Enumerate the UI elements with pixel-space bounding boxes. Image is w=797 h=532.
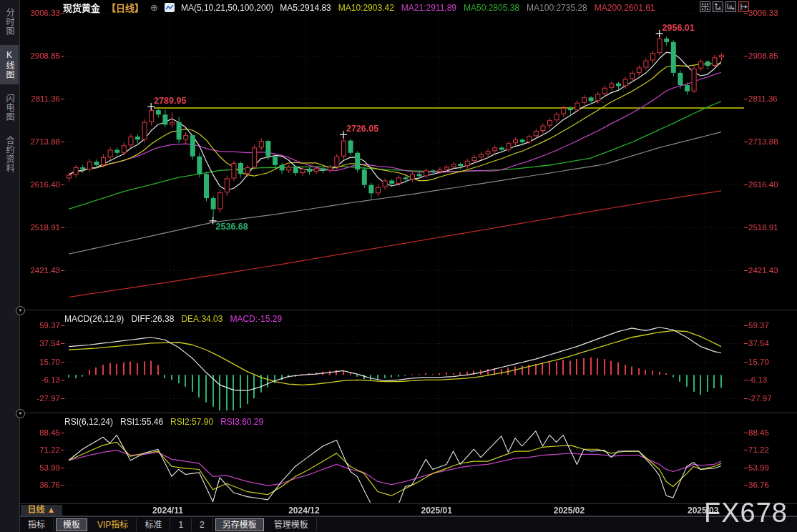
ma-value-5: MA200:2601.61 [595, 3, 655, 13]
price-axis-label-right: 2713.88 [748, 138, 778, 146]
rsi-axis-label-right: 88.45 [748, 429, 769, 437]
price-axis-label: 2811.36 [23, 95, 60, 103]
price-annotation: 2726.05 [346, 124, 378, 134]
price-axis-label-right: 3006.33 [748, 9, 778, 17]
timeframe-label: 日线 [27, 505, 44, 515]
price-axis-label: 2518.91 [23, 224, 60, 232]
date-axis-label: 2025/02 [554, 506, 585, 516]
macd-diff-value: DIFF:26.38 [131, 314, 174, 324]
macd-axis-label-right: -6.13 [748, 376, 767, 384]
ma-value-4: MA100:2735.28 [527, 3, 587, 13]
timeframe-arrow-icon: ▲ [47, 505, 56, 515]
chart-toolbar-icons [700, 1, 749, 12]
ma-value-1: MA10:2903.42 [338, 3, 394, 13]
toolbar-item-0[interactable]: 指标 [20, 518, 54, 531]
price-axis-label-right: 2518.91 [748, 224, 778, 232]
circle-plus-icon[interactable]: ⊕ [150, 2, 158, 13]
toolbar-item-1[interactable]: 模板 [56, 518, 87, 531]
price-annotation: 2789.95 [154, 96, 186, 106]
macd-title: MACD(26,12,9) [64, 314, 124, 324]
bottom-toolbar: 指标模板VIP指标标准12另存模板管理模板 [20, 516, 797, 532]
toolbar-item-2[interactable]: VIP指标 [89, 518, 137, 531]
price-annotation: 2536.68 [216, 222, 248, 232]
rsi-axis-label-right: 71.22 [748, 446, 769, 454]
symbol-name: 现货黄金 [63, 1, 100, 14]
rsi-title: RSI(6,12,24) [64, 417, 113, 427]
macd-axis-label: 59.37 [23, 322, 60, 330]
price-axis-label: 2908.85 [23, 52, 60, 60]
ma-value-3: MA50:2805.38 [464, 3, 519, 13]
date-axis-label: 2024/12 [288, 506, 319, 516]
price-axis-label-right: 2811.36 [748, 95, 778, 103]
toolbar-item-5[interactable]: 2 [192, 518, 213, 531]
price-axis-label: 2616.40 [23, 181, 60, 189]
macd-axis-label-right: 37.54 [748, 340, 769, 348]
price-axis-label: 3006.33 [23, 9, 60, 17]
x-axis-scale-icon[interactable] [725, 1, 736, 12]
rsi-axis-label-right: 36.76 [748, 481, 769, 489]
crosshair-icon[interactable] [700, 1, 710, 12]
rsi-axis-label: 88.45 [23, 429, 60, 437]
macd-axis-label: -6.13 [23, 376, 60, 384]
toolbar-item-3[interactable]: 标准 [137, 518, 170, 531]
rsi-axis-label: 53.99 [23, 464, 60, 472]
watermark: FX678 [704, 498, 788, 528]
macd-title-row: MACD(26,12,9) DIFF:26.38 DEA:34.03 MACD:… [64, 314, 282, 324]
macd-axis-label: -27.97 [23, 395, 60, 403]
rsi-axis-label: 36.76 [23, 481, 60, 489]
macd-axis-label: 15.70 [23, 358, 60, 366]
rsi-title-row: RSI(6,12,24) RSI1:55.46 RSI2:57.90 RSI3:… [64, 417, 263, 427]
macd-panel-toggle-icon[interactable]: ● [16, 306, 25, 315]
price-axis-label: 2713.88 [23, 138, 60, 146]
macd-macd-value: MACD:-15.29 [230, 314, 282, 324]
left-sidebar: 分时图K线图闪电图合约资料 [0, 0, 20, 532]
chart-canvas[interactable] [0, 0, 797, 532]
macd-dea-value: DEA:34.03 [181, 314, 223, 324]
price-axis-label: 2421.43 [23, 267, 60, 275]
price-axis-label-right: 2908.85 [748, 52, 778, 60]
date-axis-label: 2025/01 [421, 506, 451, 516]
toolbar-item-6[interactable]: 另存模板 [215, 518, 264, 531]
ma-params-label: MA(5,10,21,50,100,200) [181, 3, 273, 13]
chart-header: 现货黄金 【日线】 ⊕ MA(5,10,21,50,100,200) MA5:2… [63, 2, 655, 13]
sidebar-tab-1[interactable]: K线图 [0, 45, 19, 84]
rsi-panel-toggle-icon[interactable]: ● [16, 409, 25, 418]
timeframe-selector[interactable]: 日线 ▲ [21, 505, 62, 516]
toolbar-item-4[interactable]: 1 [170, 518, 192, 531]
rsi2-value: RSI2:57.90 [170, 417, 213, 427]
ma-values-group: MA5:2914.83MA10:2903.42MA21:2911.89MA50:… [280, 3, 655, 13]
period-tag[interactable]: 【日线】 [107, 1, 144, 14]
sidebar-tab-0[interactable]: 分时图 [0, 3, 19, 41]
mini-chart-icon[interactable] [165, 3, 175, 12]
macd-axis-label-right: 15.70 [748, 358, 769, 366]
toolbar-item-7[interactable]: 管理模板 [266, 518, 317, 531]
sidebar-tab-3[interactable]: 合约资料 [0, 131, 19, 178]
rsi-axis-label-right: 53.99 [748, 464, 769, 472]
rsi-axis-label: 71.22 [23, 446, 60, 454]
y-axis-scale-icon[interactable] [713, 1, 723, 12]
rsi1-value: RSI1:55.46 [120, 417, 163, 427]
trading-app-window: 分时图K线图闪电图合约资料 现货黄金 【日线】 ⊕ MA(5,10,21,50,… [0, 0, 797, 532]
macd-axis-label-right: 59.37 [748, 322, 769, 330]
price-axis-label-right: 2616.40 [748, 181, 778, 189]
sidebar-tab-2[interactable]: 闪电图 [0, 89, 19, 127]
date-axis-label: 2024/11 [152, 506, 183, 516]
macd-axis-label: 37.54 [23, 340, 60, 348]
price-axis-label-right: 2421.43 [748, 267, 778, 275]
ma-value-0: MA5:2914.83 [280, 3, 331, 13]
ma-value-2: MA21:2911.89 [401, 3, 456, 13]
macd-axis-label-right: -27.97 [748, 395, 772, 403]
price-annotation: 2956.01 [662, 23, 695, 33]
pan-right-icon[interactable] [738, 1, 749, 12]
rsi3-value: RSI3:60.29 [220, 417, 263, 427]
